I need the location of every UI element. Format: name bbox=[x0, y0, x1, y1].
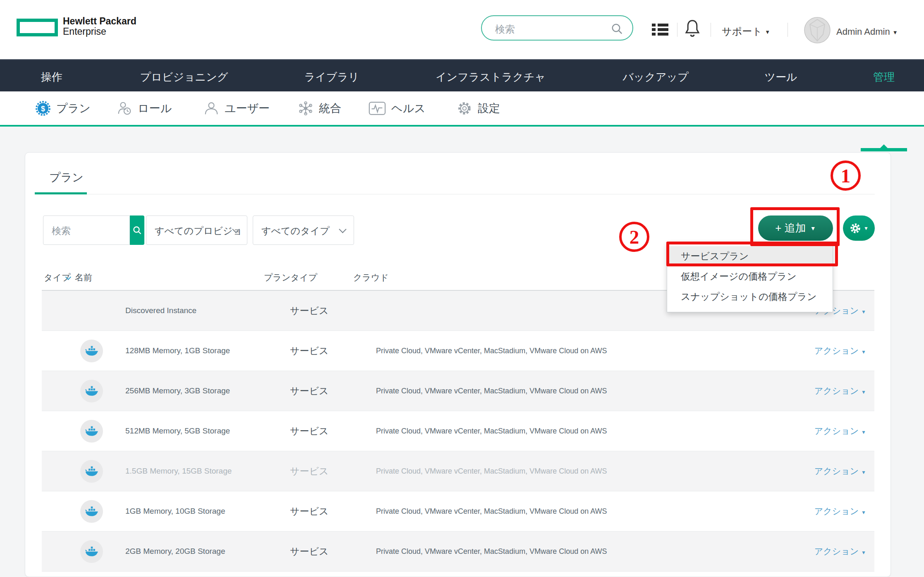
nav-item-library[interactable]: ライブラリ bbox=[304, 70, 359, 84]
chevron-down-icon: ▼ bbox=[765, 29, 770, 35]
global-search-input[interactable]: 検索 bbox=[481, 15, 633, 41]
row-actions-label: アクション bbox=[814, 466, 861, 476]
nav-item-provisioning[interactable]: プロビジョニング bbox=[140, 70, 228, 84]
subnav-item-users[interactable]: ユーザー bbox=[203, 91, 270, 125]
plan-clouds: Private Cloud, VMware vCenter, MacStadiu… bbox=[376, 387, 607, 395]
plan-name: 1GB Memory, 10GB Storage bbox=[125, 507, 225, 516]
plan-type: サービス bbox=[290, 345, 329, 357]
avatar[interactable] bbox=[804, 17, 831, 43]
row-actions-label: アクション bbox=[814, 546, 861, 556]
admin-subnav: $ プラン ロール ユーザー bbox=[0, 91, 924, 127]
integration-nodes-icon bbox=[298, 101, 314, 116]
support-menu[interactable]: サポート ▼ bbox=[722, 25, 770, 38]
hpe-logo-icon bbox=[17, 19, 58, 36]
plans-search-input[interactable]: 検索 bbox=[43, 215, 130, 245]
column-header-plan-type[interactable]: プランタイプ bbox=[264, 272, 317, 283]
menu-item-service-plan[interactable]: サービスプラン bbox=[667, 246, 833, 266]
global-search-placeholder: 検索 bbox=[495, 23, 515, 36]
table-row: 512MB Memory, 5GB Storage サービス Private C… bbox=[42, 411, 874, 451]
column-header-cloud[interactable]: クラウド bbox=[353, 272, 389, 283]
chevron-down-icon: ▼ bbox=[861, 309, 866, 315]
chevron-down-icon: ▼ bbox=[864, 225, 869, 231]
main-navbar: 操作 プロビジョニング ライブラリ インフラストラクチャ バックアップ ツール … bbox=[0, 59, 924, 91]
active-nav-underline bbox=[861, 148, 907, 151]
tabs-divider bbox=[35, 194, 875, 194]
subnav-item-health[interactable]: ヘルス bbox=[369, 91, 426, 125]
plans-search-button[interactable] bbox=[130, 215, 144, 245]
row-actions-dropdown[interactable]: アクション ▼ bbox=[814, 465, 866, 477]
column-header-name[interactable]: 名前 bbox=[75, 272, 92, 283]
plan-type-select[interactable]: すべてのタイプ bbox=[253, 215, 354, 245]
role-user-icon bbox=[117, 101, 132, 116]
table-row: 128MB Memory, 1GB Storage サービス Private C… bbox=[42, 331, 874, 371]
add-dropdown-menu: サービスプラン 仮想イメージの価格プラン スナップショットの価格プラン bbox=[667, 242, 833, 312]
add-button[interactable]: + 追加 ▼ bbox=[758, 215, 833, 241]
row-actions-dropdown[interactable]: アクション ▼ bbox=[814, 385, 866, 397]
plan-clouds: Private Cloud, VMware vCenter, MacStadiu… bbox=[376, 427, 607, 436]
subnav-item-integrations[interactable]: 統合 bbox=[298, 91, 341, 125]
notifications-bell-icon[interactable] bbox=[684, 19, 701, 38]
row-actions-dropdown[interactable]: アクション ▼ bbox=[814, 505, 866, 517]
nav-item-admin-active[interactable]: 管理 bbox=[873, 70, 895, 84]
menu-item-virtual-image-price-plan[interactable]: 仮想イメージの価格プラン bbox=[667, 266, 833, 287]
plan-type: サービス bbox=[290, 385, 329, 397]
header-divider bbox=[677, 23, 677, 37]
plan-clouds: Private Cloud, VMware vCenter, MacStadiu… bbox=[376, 547, 607, 556]
plan-clouds: Private Cloud, VMware vCenter, MacStadiu… bbox=[376, 467, 607, 476]
chevron-down-icon: ▼ bbox=[861, 429, 866, 435]
table-settings-button[interactable]: ▼ bbox=[843, 215, 875, 241]
user-menu[interactable]: Admin Admin ▼ bbox=[836, 26, 898, 37]
search-icon bbox=[611, 23, 623, 35]
user-icon bbox=[203, 101, 219, 116]
user-name: Admin Admin bbox=[836, 26, 890, 37]
plans-card: プラン 検索 すべてのプロビジョ すべてのタイプ + 追加 ▼ bbox=[25, 152, 891, 577]
subnav-item-settings[interactable]: 設定 bbox=[457, 91, 500, 125]
provision-type-value: すべてのプロビジョ bbox=[155, 225, 242, 237]
nav-item-backup[interactable]: バックアップ bbox=[622, 70, 689, 84]
support-label: サポート bbox=[722, 26, 762, 37]
table-row: 1GB Memory, 10GB Storage サービス Private Cl… bbox=[42, 491, 874, 532]
plan-name: 128MB Memory, 1GB Storage bbox=[125, 346, 230, 355]
header-divider bbox=[711, 23, 711, 37]
plan-type: サービス bbox=[290, 425, 329, 438]
gear-icon bbox=[849, 222, 862, 235]
chevron-down-icon: ▼ bbox=[893, 29, 898, 36]
docker-whale-icon bbox=[80, 420, 103, 443]
activity-list-icon[interactable] bbox=[652, 24, 668, 37]
subnav-item-roles[interactable]: ロール bbox=[117, 91, 172, 125]
subnav-label-users: ユーザー bbox=[225, 101, 270, 116]
table-row: 2GB Memory, 20GB Storage サービス Private Cl… bbox=[42, 532, 874, 572]
plan-name: 1.5GB Memory, 15GB Storage bbox=[125, 467, 232, 476]
gear-icon bbox=[457, 101, 472, 116]
tab-plans[interactable]: プラン bbox=[49, 170, 84, 185]
row-actions-dropdown[interactable]: アクション ▼ bbox=[814, 425, 866, 437]
row-actions-label: アクション bbox=[814, 426, 861, 436]
active-tab-underline bbox=[35, 192, 87, 194]
nav-item-operations[interactable]: 操作 bbox=[41, 70, 62, 84]
chevron-down-icon: ▼ bbox=[861, 469, 866, 475]
row-actions-label: アクション bbox=[814, 386, 861, 395]
nav-item-infrastructure[interactable]: インフラストラクチャ bbox=[436, 70, 546, 84]
chevron-down-icon bbox=[339, 225, 346, 233]
row-actions-dropdown[interactable]: アクション ▼ bbox=[814, 345, 866, 357]
logo-text-line2: Enterprise bbox=[63, 26, 106, 37]
plan-name: 2GB Memory, 20GB Storage bbox=[125, 547, 225, 556]
menu-item-snapshot-price-plan[interactable]: スナップショットの価格プラン bbox=[667, 287, 833, 307]
plan-type: サービス bbox=[290, 304, 329, 317]
app-root: Hewlett Packard Enterprise 検索 サポート ▼ bbox=[0, 0, 924, 577]
subnav-label-health: ヘルス bbox=[391, 101, 426, 116]
nav-item-tools[interactable]: ツール bbox=[764, 70, 797, 84]
chevron-down-icon: ▼ bbox=[810, 225, 816, 232]
row-actions-dropdown[interactable]: アクション ▼ bbox=[814, 546, 866, 557]
docker-whale-icon bbox=[80, 380, 103, 402]
provision-type-select[interactable]: すべてのプロビジョ bbox=[146, 215, 247, 245]
plan-type: サービス bbox=[290, 545, 329, 558]
subnav-item-plans[interactable]: $ プラン bbox=[35, 91, 91, 125]
plans-table-body: Discovered Instance サービス アクション ▼ bbox=[42, 291, 874, 572]
chevron-down-icon: ▼ bbox=[861, 349, 866, 355]
plan-name: Discovered Instance bbox=[125, 306, 196, 315]
plan-name: 256MB Memory, 3GB Storage bbox=[125, 386, 230, 395]
chevron-down-icon: ▼ bbox=[861, 550, 866, 555]
health-pulse-icon bbox=[369, 101, 386, 116]
logo-text-line1: Hewlett Packard bbox=[63, 16, 136, 27]
